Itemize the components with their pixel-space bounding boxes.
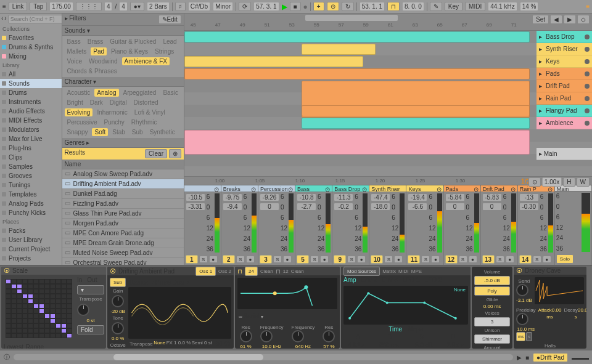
- clip[interactable]: [302, 118, 530, 129]
- channel-name[interactable]: Bass ⊙: [295, 185, 332, 192]
- scale-grid[interactable]: [3, 277, 75, 341]
- scale-cell[interactable]: [56, 318, 61, 323]
- scale-cell[interactable]: [44, 289, 50, 294]
- scale-cell[interactable]: [50, 333, 56, 338]
- scale-cell[interactable]: [61, 333, 67, 338]
- scale-cell[interactable]: [39, 318, 44, 323]
- scale-cell[interactable]: [39, 289, 44, 294]
- scale-cell[interactable]: [22, 299, 28, 304]
- volume-field[interactable]: -5.0 dB: [474, 276, 510, 285]
- track-number[interactable]: 11: [408, 255, 420, 264]
- character-group[interactable]: Character ▾: [62, 77, 184, 87]
- solo-button[interactable]: S: [421, 256, 430, 263]
- midi-tab[interactable]: MIDI: [398, 269, 409, 274]
- scale-cell[interactable]: [22, 309, 28, 313]
- fold-button[interactable]: Fold: [77, 325, 104, 334]
- clip[interactable]: [184, 130, 530, 155]
- res2-knob[interactable]: [323, 330, 335, 342]
- scale-cell[interactable]: [44, 323, 50, 328]
- filter-tag[interactable]: Acoustic: [65, 89, 93, 97]
- filter-tag[interactable]: Piano & Keys: [109, 47, 150, 55]
- rec-button[interactable]: ●: [320, 256, 329, 263]
- scale-cell[interactable]: [67, 304, 72, 309]
- midi-map-button[interactable]: MIDI: [465, 2, 485, 11]
- position-field[interactable]: 57. 3. 1: [253, 2, 279, 11]
- send-a-field[interactable]: -47.4: [371, 193, 390, 201]
- scale-cell[interactable]: [44, 313, 50, 318]
- filter-tag[interactable]: Evolving: [65, 108, 93, 116]
- scale-cell[interactable]: [61, 294, 67, 299]
- scale-cell[interactable]: [11, 323, 17, 328]
- mod-sources-tab[interactable]: Mod Sources: [343, 267, 380, 276]
- timesig-num[interactable]: 4: [104, 2, 113, 11]
- forward-icon[interactable]: ›: [4, 15, 6, 23]
- library-item[interactable]: Drums: [0, 88, 62, 97]
- channel-name[interactable]: Keys ⊙: [406, 185, 443, 192]
- edit-button[interactable]: ✎ Edit: [158, 15, 181, 24]
- glide-field[interactable]: 0.00 ms: [474, 304, 510, 309]
- env2-tab[interactable]: Env 2: [361, 277, 377, 283]
- scale-cell[interactable]: [56, 294, 61, 299]
- tone-knob[interactable]: [112, 322, 124, 334]
- automation-button[interactable]: ⊙: [327, 2, 339, 11]
- filter-display[interactable]: [237, 278, 337, 309]
- preset-item[interactable]: MPE Dream Grain Drone.adg: [62, 238, 184, 248]
- reenable-button[interactable]: ↻: [342, 2, 354, 11]
- rec-button[interactable]: ●: [431, 256, 440, 263]
- attack-field[interactable]: 4.62 s: [348, 342, 364, 349]
- track-number[interactable]: 14: [519, 255, 532, 264]
- scale-cell[interactable]: [61, 318, 67, 323]
- scale-cell[interactable]: [6, 333, 11, 338]
- scale-cell[interactable]: [6, 323, 11, 328]
- scale-cell[interactable]: [22, 333, 28, 338]
- scale-cell[interactable]: [61, 299, 67, 304]
- filter-tag[interactable]: Lead: [160, 38, 179, 46]
- search-input[interactable]: [8, 15, 62, 23]
- tonality-field[interactable]: Minor: [213, 2, 233, 11]
- scale-cell[interactable]: [11, 294, 17, 299]
- envelope-display[interactable]: None: [343, 286, 468, 325]
- scale-cell[interactable]: [61, 304, 67, 309]
- places-item[interactable]: Samples: [0, 263, 62, 265]
- send-a-field[interactable]: -5.83: [482, 193, 502, 201]
- scale-cell[interactable]: [11, 299, 17, 304]
- scale-cell[interactable]: [67, 309, 72, 313]
- tap-button[interactable]: Tap: [30, 2, 47, 11]
- sounds-group[interactable]: Sounds ▾: [62, 26, 184, 36]
- library-item[interactable]: Modulators: [0, 125, 62, 134]
- places-item[interactable]: User Library: [0, 235, 62, 245]
- filter-tag[interactable]: Soft: [92, 128, 108, 136]
- key-field[interactable]: C#/Db: [188, 2, 210, 11]
- scale-cell[interactable]: [50, 294, 56, 299]
- scale-cell[interactable]: [50, 284, 56, 289]
- scale-cell[interactable]: [28, 294, 33, 299]
- send-a-field[interactable]: -10.5: [186, 193, 205, 201]
- scale-cell[interactable]: [39, 323, 44, 328]
- scale-cell[interactable]: [56, 313, 61, 318]
- scale-cell[interactable]: [17, 333, 22, 338]
- loop-start[interactable]: 53. 1. 1: [360, 2, 385, 11]
- lfo1-tab[interactable]: LFO 1: [403, 277, 420, 283]
- filter-tag[interactable]: Analog: [94, 89, 118, 97]
- library-item[interactable]: All: [0, 70, 62, 79]
- metronome-button[interactable]: ⋮⋮⋮: [76, 2, 102, 11]
- library-item[interactable]: Grooves: [0, 171, 62, 180]
- scale-cell[interactable]: [6, 294, 11, 299]
- filter-tag[interactable]: Distorted: [131, 99, 161, 107]
- scale-cell[interactable]: [11, 279, 17, 284]
- preset-item[interactable]: Orchestral Sweep Pad.adv: [62, 258, 184, 265]
- solo-button[interactable]: S: [273, 256, 282, 263]
- places-item[interactable]: Projects: [0, 254, 62, 263]
- places-item[interactable]: Current Project: [0, 245, 62, 254]
- freq1-knob[interactable]: [260, 330, 273, 342]
- predelay-knob[interactable]: [516, 313, 528, 325]
- scale-cell[interactable]: [39, 294, 44, 299]
- scale-cell[interactable]: [17, 279, 22, 284]
- sub-button[interactable]: Sub: [110, 278, 126, 287]
- gain-knob[interactable]: [112, 295, 124, 307]
- scale-cell[interactable]: [17, 309, 22, 313]
- scale-cell[interactable]: [56, 323, 61, 328]
- scale-cell[interactable]: [44, 309, 50, 313]
- scale-cell[interactable]: [56, 279, 61, 284]
- scale-cell[interactable]: [22, 313, 28, 318]
